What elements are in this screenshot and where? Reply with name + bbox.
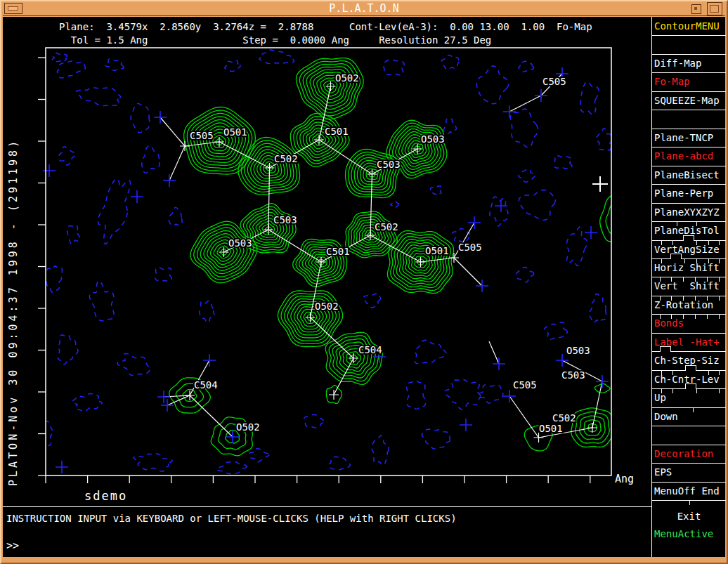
menu-item-squeeze-map[interactable]: SQUEEZE-Map [652, 91, 726, 110]
negative-contour [519, 61, 534, 72]
menu-item-plane-abcd[interactable]: Plane-abcd [652, 147, 726, 166]
atom-label: C502 [274, 153, 298, 164]
negative-contour [304, 414, 323, 428]
atom-cross [326, 81, 336, 91]
symmetry-cross [503, 105, 516, 118]
negative-contour [384, 60, 404, 75]
menu-item-z-rotation[interactable]: Z-Rotation [652, 296, 726, 315]
menu-item-label: Plane-Perp [654, 188, 713, 199]
bond [370, 174, 372, 235]
symmetry-cross [468, 216, 481, 229]
negative-contour [510, 109, 538, 147]
negative-contour [554, 155, 572, 169]
menu-item-label-hat[interactable]: Label -Hat+ [652, 333, 726, 352]
title-bar[interactable]: P.L.A.T.O.N [3, 1, 725, 16]
negative-contour [430, 186, 442, 196]
menu-item-plane-tncp[interactable]: Plane-TNCP [652, 129, 726, 147]
menu-item-label: Plane-TNCP [654, 132, 713, 143]
plane-status-line: Plane: 3.4579x 2.8560y 3.2764z = 2.8788 … [59, 21, 592, 32]
menu-item-horiz-shift[interactable]: Horiz Shift [652, 258, 726, 277]
contour-menu: ContourMENUDiff-MapFo-MapSQUEEZE-MapPlan… [651, 17, 726, 557]
negative-contour [77, 88, 121, 106]
negative-contour [134, 454, 172, 471]
menu-item-ch-step-siz[interactable]: Ch-Step-Siz [652, 351, 726, 370]
negative-contour [580, 82, 599, 114]
bond [169, 146, 185, 181]
menu-item-bonds[interactable]: Bonds [652, 314, 726, 333]
negative-contour [479, 385, 503, 403]
maximize-button[interactable] [707, 2, 722, 15]
menu-item-planedistol[interactable]: PlaneDisTol [652, 221, 726, 240]
menu-active-indicator: MenuActive [654, 528, 713, 539]
negative-contour [372, 435, 389, 465]
bond [268, 168, 270, 230]
menu-item-vertangsize[interactable]: VertAngSize [652, 240, 726, 259]
menu-item-label: Decoration [654, 448, 713, 459]
negative-contour [363, 294, 381, 308]
atom-cross [214, 137, 224, 147]
atom-cross [368, 169, 377, 179]
negative-contour [566, 227, 587, 265]
menu-item-eps[interactable]: EPS [652, 463, 726, 482]
negative-contour [67, 225, 80, 244]
menu-item-down[interactable]: Down [652, 407, 726, 426]
atom-label: C505 [542, 76, 566, 87]
density-contours [32, 50, 635, 473]
atom-label: C504 [194, 379, 218, 391]
bond [190, 395, 233, 437]
unit-label: Ang [615, 473, 634, 485]
atom-label: O503 [228, 237, 252, 249]
symmetry-cross [56, 461, 68, 473]
negative-contour [217, 462, 247, 474]
atom-label: C502 [375, 221, 398, 232]
menu-item-label: Horiz Shift [654, 262, 720, 273]
atom-cross [265, 163, 275, 173]
window-menu-button[interactable] [691, 4, 701, 14]
menu-item-planebisect[interactable]: PlaneBisect [652, 166, 726, 185]
menu-item-plane-perp[interactable]: Plane-Perp [652, 184, 726, 203]
menu-item-menuoff-end[interactable]: MenuOff End [652, 482, 726, 501]
atom-label: O502 [315, 301, 339, 312]
symmetry-cross [493, 358, 505, 370]
menu-item-diff-map[interactable]: Diff-Map [652, 54, 726, 73]
menu-item-contourmenu[interactable]: ContourMENU [652, 17, 726, 36]
negative-contour [52, 53, 67, 63]
menu-spacer [652, 35, 726, 54]
command-prompt[interactable]: >> [6, 539, 19, 552]
negative-contour [131, 103, 150, 132]
menu-item-decoration[interactable]: Decoration [652, 445, 726, 464]
negative-contour [545, 322, 568, 340]
menu-item-up[interactable]: Up [652, 388, 726, 407]
bond [454, 258, 482, 286]
menu-item-label: MenuOff End [654, 485, 720, 497]
menu-item-exit[interactable]: Exit [652, 504, 726, 524]
symmetry-cross [43, 164, 56, 177]
menu-item-planexyxzyz[interactable]: PlaneXYXZYZ [652, 203, 726, 222]
negative-contour [155, 268, 171, 282]
menu-item-label: Up [654, 392, 666, 403]
menu-item-label: ContourMENU [654, 20, 720, 32]
negative-contour [259, 50, 294, 64]
contour-map-canvas[interactable]: O502O501C505C501C502O503C503C503O503C502… [3, 17, 651, 506]
bond [160, 117, 185, 146]
bond [509, 396, 539, 438]
atom-label: C505 [190, 130, 214, 141]
menu-item-ch-cntr-lev[interactable]: Ch-Cntr-Lev [652, 370, 726, 389]
minimize-button[interactable] [4, 3, 22, 14]
negative-contour [169, 207, 182, 225]
atom-label: C501 [326, 246, 350, 257]
menu-item-vert-shift[interactable]: Vert Shift [652, 277, 726, 296]
negative-contour [589, 294, 606, 322]
negative-contour [142, 146, 160, 173]
positive-contour [612, 210, 624, 228]
atom-cross [534, 433, 544, 442]
symmetry-cross [154, 111, 167, 124]
atom-label: O503 [421, 133, 445, 145]
instruction-message: INSTRUCTION INPUT via KEYBOARD or LEFT-M… [6, 513, 457, 524]
menu-item-fo-map[interactable]: Fo-Map [652, 72, 726, 91]
menu-item-label: SQUEEZE-Map [654, 95, 720, 106]
atom-label: C503 [561, 369, 585, 381]
symmetry-cross [161, 399, 174, 412]
menu-item-label: Diff-Map [654, 58, 701, 69]
menu-spacer [652, 110, 726, 129]
